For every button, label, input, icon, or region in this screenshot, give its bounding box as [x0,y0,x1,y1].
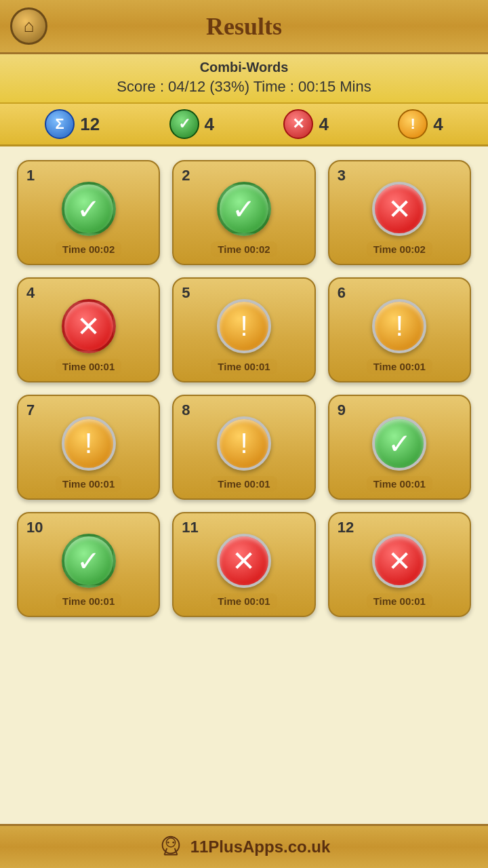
card-number: 8 [182,401,190,419]
stat-warn: ! 4 [398,109,443,139]
correct-count: 4 [205,114,214,135]
result-card-2[interactable]: 2 ✓ Time 00:02 [172,160,315,265]
card-number: 5 [182,284,190,302]
card-number: 1 [26,167,35,184]
result-card-1[interactable]: 1 ✓ Time 00:02 [17,160,160,265]
card-number: 11 [182,519,198,536]
brand-name: 11PlusApps.co.uk [190,837,331,856]
result-icon: ✕ [372,534,426,588]
card-icon-wrap: ✓ [217,182,271,236]
result-card-5[interactable]: 5 ! Time 00:01 [172,277,315,382]
card-time: Time 00:02 [367,241,432,257]
card-icon-wrap: ✓ [62,182,116,236]
card-time: Time 00:01 [56,476,121,492]
card-time: Time 00:01 [211,476,277,492]
result-card-9[interactable]: 9 ✓ Time 00:01 [328,395,471,500]
result-icon: ✓ [217,182,271,236]
card-icon-wrap: ! [62,416,116,471]
result-card-8[interactable]: 8 ! Time 00:01 [172,395,315,500]
card-icon-wrap: ✓ [372,416,426,471]
result-icon: ✓ [62,534,116,588]
result-icon: ! [372,299,426,353]
result-icon: ! [62,416,116,471]
card-number: 3 [338,167,346,184]
result-icon: ✕ [372,182,426,236]
home-button[interactable]: ⌂ [10,7,47,45]
card-time: Time 00:01 [367,359,432,374]
card-icon-wrap: ✕ [217,534,271,588]
card-number: 4 [26,284,35,302]
card-icon-wrap: ✕ [62,299,116,353]
score-bar: Combi-Words Score : 04/12 (33%) Time : 0… [0,54,488,104]
stat-correct: ✓ 4 [169,109,214,139]
result-card-12[interactable]: 12 ✕ Time 00:01 [328,512,471,617]
warn-stat-icon: ! [398,109,428,139]
result-card-7[interactable]: 7 ! Time 00:01 [17,395,160,500]
result-card-6[interactable]: 6 ! Time 00:01 [328,277,471,382]
result-icon: ✕ [62,299,116,353]
page-title: Results [206,12,282,41]
result-icon: ! [217,299,271,353]
card-number: 10 [26,519,43,536]
result-card-3[interactable]: 3 ✕ Time 00:02 [328,160,471,265]
card-time: Time 00:01 [211,593,277,609]
header: ⌂ Results [0,0,488,54]
card-icon-wrap: ! [372,299,426,353]
result-icon: ! [217,416,271,471]
footer: 11PlusApps.co.uk [0,824,488,868]
card-icon-wrap: ! [217,416,271,471]
card-time: Time 00:01 [211,359,277,374]
brand-logo-icon [158,834,184,860]
cross-stat-icon: ✕ [283,109,313,139]
result-card-4[interactable]: 4 ✕ Time 00:01 [17,277,160,382]
card-time: Time 00:01 [367,476,432,492]
warn-count: 4 [433,114,443,135]
wrong-count: 4 [319,114,328,135]
stat-total: Σ 12 [45,109,100,139]
svg-point-0 [162,837,179,854]
total-count: 12 [80,114,100,135]
results-grid: 1 ✓ Time 00:02 2 ✓ Time 00:02 3 ✕ Time 0… [0,146,488,631]
svg-point-6 [172,842,174,844]
game-name: Combi-Words [7,60,481,75]
home-icon: ⌂ [24,16,35,37]
result-icon: ✕ [217,534,271,588]
card-number: 6 [338,284,346,302]
card-time: Time 00:02 [211,241,277,257]
check-stat-icon: ✓ [169,109,199,139]
card-time: Time 00:01 [56,593,121,609]
card-number: 9 [338,401,346,419]
card-time: Time 00:01 [56,359,121,374]
score-time-text: Score : 04/12 (33%) Time : 00:15 Mins [7,78,481,96]
result-icon: ✓ [372,416,426,471]
result-icon: ✓ [62,182,116,236]
card-icon-wrap: ✕ [372,182,426,236]
card-icon-wrap: ✕ [372,534,426,588]
card-time: Time 00:01 [367,593,432,609]
sigma-icon: Σ [45,109,75,139]
result-card-11[interactable]: 11 ✕ Time 00:01 [172,512,315,617]
card-number: 7 [26,401,35,419]
card-icon-wrap: ! [217,299,271,353]
stat-wrong: ✕ 4 [283,109,328,139]
card-number: 2 [182,167,190,184]
card-number: 12 [338,519,354,536]
result-card-10[interactable]: 10 ✓ Time 00:01 [17,512,160,617]
stats-row: Σ 12 ✓ 4 ✕ 4 ! 4 [0,104,488,146]
card-time: Time 00:02 [56,241,121,257]
card-icon-wrap: ✓ [62,534,116,588]
svg-point-5 [167,842,169,844]
